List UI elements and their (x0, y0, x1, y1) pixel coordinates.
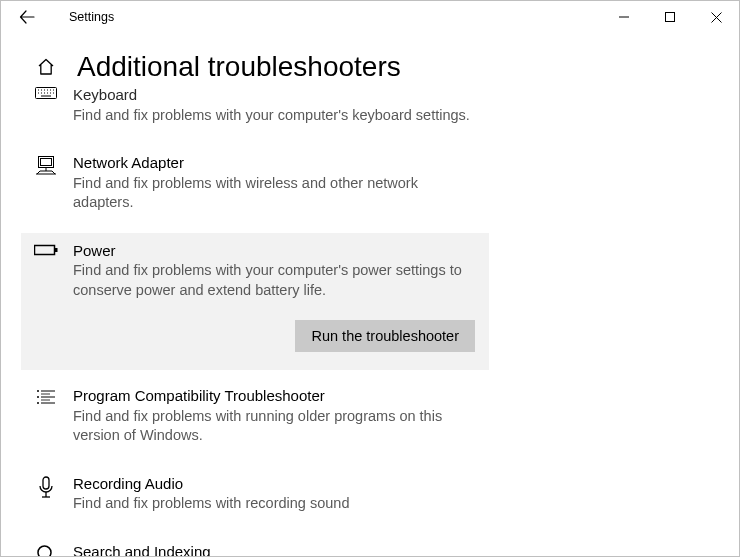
recording-title: Recording Audio (73, 474, 479, 494)
minimize-button[interactable] (601, 1, 647, 33)
search-title: Search and Indexing (73, 542, 479, 557)
home-icon[interactable] (33, 57, 59, 77)
keyboard-icon (31, 85, 61, 125)
network-title: Network Adapter (73, 153, 479, 173)
maximize-button[interactable] (647, 1, 693, 33)
troubleshooter-keyboard[interactable]: Keyboard Find and fix problems with your… (21, 85, 489, 135)
svg-rect-32 (43, 477, 49, 489)
power-title: Power (73, 241, 479, 261)
svg-point-24 (37, 390, 39, 392)
titlebar: Settings (1, 1, 739, 33)
close-button[interactable] (693, 1, 739, 33)
power-desc: Find and fix problems with your computer… (73, 261, 479, 300)
window-title: Settings (69, 10, 114, 24)
network-adapter-icon (31, 153, 61, 213)
troubleshooter-search-indexing[interactable]: Search and Indexing (21, 534, 489, 557)
recording-desc: Find and fix problems with recording sou… (73, 494, 479, 514)
svg-point-35 (38, 546, 51, 557)
compat-desc: Find and fix problems with running older… (73, 407, 479, 446)
close-icon (711, 12, 722, 23)
page-header: Additional troubleshooters (1, 33, 739, 89)
minimize-icon (619, 12, 629, 22)
keyboard-desc: Find and fix problems with your computer… (73, 106, 479, 126)
maximize-icon (665, 12, 675, 22)
window-controls (601, 1, 739, 33)
home-icon-svg (36, 57, 56, 77)
svg-point-28 (37, 402, 39, 404)
list-icon (31, 386, 61, 446)
svg-rect-0 (666, 13, 675, 22)
troubleshooter-network-adapter[interactable]: Network Adapter Find and fix problems wi… (21, 145, 489, 223)
svg-rect-16 (41, 159, 52, 166)
troubleshooter-power[interactable]: Power Find and fix problems with your co… (21, 233, 489, 371)
back-button[interactable] (7, 1, 47, 33)
page-title: Additional troubleshooters (77, 51, 401, 83)
keyboard-title: Keyboard (73, 85, 479, 105)
troubleshooter-recording-audio[interactable]: Recording Audio Find and fix problems wi… (21, 466, 489, 524)
arrow-left-icon (19, 9, 35, 25)
troubleshooter-program-compatibility[interactable]: Program Compatibility Troubleshooter Fin… (21, 378, 489, 456)
search-icon (31, 542, 61, 557)
compat-title: Program Compatibility Troubleshooter (73, 386, 479, 406)
svg-point-26 (37, 396, 39, 398)
battery-icon (31, 241, 61, 301)
svg-rect-23 (55, 248, 58, 252)
svg-rect-22 (35, 245, 55, 254)
run-troubleshooter-button[interactable]: Run the troubleshooter (295, 320, 475, 352)
microphone-icon (31, 474, 61, 514)
troubleshooter-list: Keyboard Find and fix problems with your… (1, 85, 739, 557)
network-desc: Find and fix problems with wireless and … (73, 174, 479, 213)
